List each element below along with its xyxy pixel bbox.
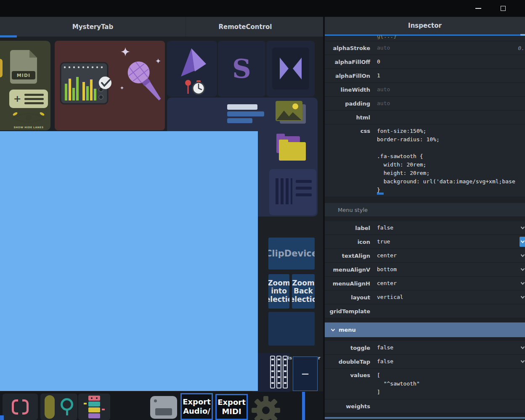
partial-label-right: r (318, 355, 320, 361)
widget-shape[interactable] (167, 41, 217, 97)
widget-drive[interactable] (148, 394, 179, 420)
prop-row-menualignh: menuAlignH center (325, 277, 525, 291)
prop-input[interactable]: 0 (374, 58, 525, 66)
prop-input[interactable]: auto (374, 85, 525, 94)
prop-select[interactable]: false (374, 224, 525, 232)
bracket-left-icon (12, 399, 18, 415)
section-gap (325, 337, 525, 341)
prop-row-alphafillon: alphaFillOn 1 (325, 69, 525, 83)
widget-mixer-image[interactable] (55, 41, 165, 130)
partial-label-left: is (288, 355, 292, 361)
widget-midi-lanes[interactable]: MIDI + SHOW HIDE LANES (0, 41, 50, 130)
inspector-panel: Inspector g{...} alphaStroke auto 0. alp… (325, 17, 525, 420)
export-midi-line2: MIDI (222, 407, 241, 416)
totem-icon (78, 394, 110, 420)
prop-row-gridtemplate: gridTemplate (325, 304, 525, 318)
chevron-down-icon[interactable] (520, 223, 525, 233)
clipped-widget-sliver (0, 59, 3, 77)
widget-hide-button[interactable]: — (293, 357, 318, 391)
maximize-button[interactable] (497, 3, 509, 14)
widget-meter-pin[interactable] (40, 394, 77, 420)
minimize-button[interactable] (472, 3, 484, 14)
section-value[interactable]: value (325, 417, 525, 419)
blue-corner-handle (0, 415, 4, 420)
tab-remotecontrol[interactable]: RemoteControl (186, 17, 305, 37)
prop-select[interactable]: vertical (374, 293, 525, 301)
prop-row-label: label false (325, 221, 525, 235)
prop-select[interactable]: center (374, 279, 525, 288)
active-tab-indicator (0, 35, 17, 37)
tab-mysterytab[interactable]: MysteryTab (0, 17, 186, 37)
prop-select[interactable]: false (374, 357, 525, 366)
prop-row-weights: weights (325, 399, 525, 413)
prop-label: toggle (325, 345, 374, 351)
css-editor[interactable]: font-size:150%; border-radius: 10%; .fa-… (374, 127, 525, 194)
eye-icon (9, 111, 48, 124)
inspector-body: g{...} alphaStroke auto 0. alphaFillOff … (325, 36, 525, 419)
prop-label: alphaFillOn (325, 73, 374, 79)
widget-zoom-into-selection[interactable]: Zoom into Selection (268, 274, 289, 309)
bowtie-icon (266, 44, 315, 94)
section-menu[interactable]: menu (325, 322, 525, 337)
prop-row-toggle: toggle false (325, 341, 525, 355)
titlebar (0, 0, 525, 17)
prop-row-alphastroke: alphaStroke auto 0. (325, 41, 525, 55)
prop-row-linewidth: lineWidth auto (325, 83, 525, 97)
add-lanes-icon[interactable]: + (9, 90, 48, 108)
minimize-icon (475, 8, 481, 9)
prop-label: layout (325, 294, 374, 301)
prop-label: menuAlignH (325, 280, 374, 287)
images-icon (276, 101, 306, 124)
widget-totem[interactable] (78, 394, 110, 420)
export-midi-line1: Export (217, 398, 246, 407)
widget-zoom-back-selection[interactable]: Zoom Back Selection (292, 274, 315, 309)
maximize-icon (501, 6, 506, 11)
prop-row-css: css font-size:150%; border-radius: 10%; … (325, 124, 525, 197)
prop-row-layout: layout vertical (325, 291, 525, 304)
prop-label: values (325, 371, 374, 378)
widget-clip-device[interactable]: ClipDevice (268, 238, 315, 269)
meter-bar-icon (45, 395, 55, 419)
clipped-row: g{...} (325, 36, 525, 41)
widget-empty[interactable] (268, 312, 315, 346)
tab-label: MysteryTab (72, 23, 113, 31)
chevron-down-icon[interactable] (520, 251, 525, 261)
prop-input[interactable]: auto (374, 44, 525, 52)
prop-input[interactable]: 1 (374, 71, 525, 80)
prop-input[interactable]: auto (374, 99, 525, 108)
mixer-and-mic-illustration (55, 41, 165, 130)
values-editor[interactable]: [ "^sawtooth" ] (374, 371, 525, 396)
show-hide-lanes-button[interactable]: SHOW HIDE LANES (9, 111, 48, 130)
section-gap (325, 318, 525, 322)
widget-settings[interactable] (251, 394, 281, 420)
chevron-down-icon[interactable] (520, 343, 525, 353)
horizontal-scrollbar-thumb[interactable] (377, 193, 384, 195)
chevron-down-icon (331, 328, 335, 332)
chevron-down-icon[interactable] (520, 237, 525, 247)
blue-divider-strip (302, 392, 305, 420)
widget-selection-brackets[interactable] (3, 394, 38, 420)
selected-widget-canvas[interactable] (0, 131, 258, 391)
export-audio-button[interactable]: Export Audio/ (180, 393, 213, 420)
inspector-title: Inspector (408, 22, 442, 29)
chevron-down-icon[interactable] (520, 357, 525, 367)
gear-icon (251, 394, 281, 420)
export-midi-button[interactable]: Export MIDI (215, 394, 248, 420)
widget-bowtie[interactable] (266, 41, 315, 97)
midi-badge: MIDI (12, 71, 35, 79)
prop-select[interactable]: bottom (374, 265, 525, 274)
prop-label: label (325, 225, 374, 231)
chevron-down-icon[interactable] (520, 264, 525, 275)
lane-lines-icon (24, 94, 44, 104)
prop-select[interactable]: center (374, 251, 525, 260)
chevron-down-icon[interactable] (520, 278, 525, 288)
prop-label: doubleTap (325, 359, 374, 365)
prop-row-padding: padding auto (325, 97, 525, 111)
folders-icon (276, 134, 306, 161)
prop-select[interactable]: true (374, 238, 525, 246)
widget-letter-s[interactable]: S (218, 41, 265, 97)
chevron-down-icon[interactable] (520, 292, 525, 302)
prop-select[interactable]: false (374, 343, 525, 352)
clipped-value: g{...} (374, 36, 525, 40)
inspector-header: Inspector (325, 17, 525, 36)
